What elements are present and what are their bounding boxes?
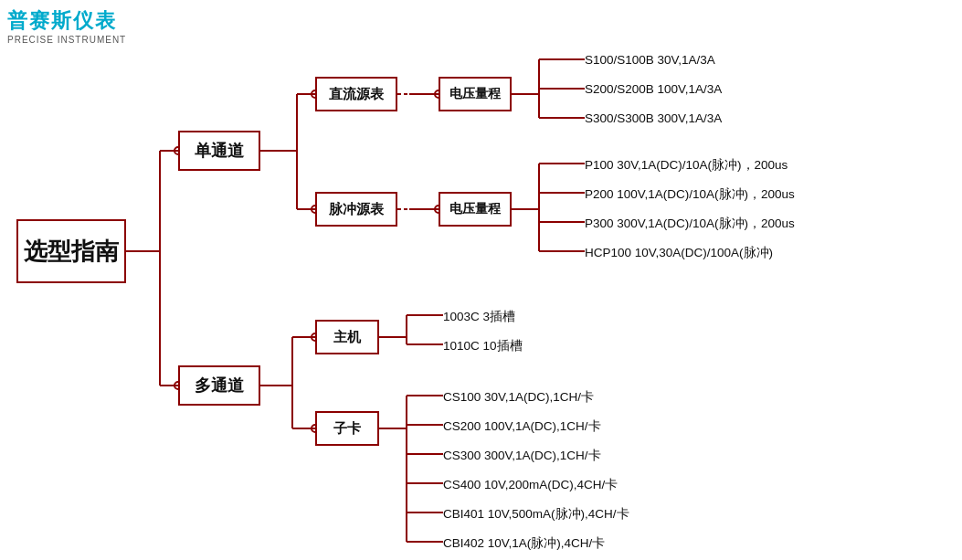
dc-item-1: S200/S200B 100V,1A/3A	[585, 82, 722, 96]
dc-item-0: S100/S100B 30V,1A/3A	[585, 53, 715, 67]
pulse-item-2: P300 300V,1A(DC)/10A(脉冲)，200us	[585, 216, 795, 232]
card-item-5: CBI402 10V,1A(脉冲),4CH/卡	[443, 535, 605, 552]
node-single: 单通道	[178, 131, 260, 171]
logo-cn: 普赛斯仪表	[7, 7, 126, 35]
host-item-0: 1003C 3插槽	[443, 309, 515, 325]
card-item-3: CS400 10V,200mA(DC),4CH/卡	[443, 477, 618, 493]
node-host: 主机	[315, 320, 379, 354]
card-item-1: CS200 100V,1A(DC),1CH/卡	[443, 418, 601, 435]
node-voltage2: 电压量程	[439, 192, 512, 227]
pulse-item-3: HCP100 10V,30A(DC)/100A(脉冲)	[585, 245, 773, 261]
node-dc: 直流源表	[315, 77, 397, 111]
card-item-2: CS300 300V,1A(DC),1CH/卡	[443, 448, 601, 464]
dc-item-2: S300/S300B 300V,1A/3A	[585, 111, 722, 125]
node-card: 子卡	[315, 411, 379, 446]
pulse-item-1: P200 100V,1A(DC)/10A(脉冲)，200us	[585, 186, 795, 203]
root-node: 选型指南	[16, 219, 126, 283]
pulse-item-0: P100 30V,1A(DC)/10A(脉冲)，200us	[585, 157, 788, 174]
card-item-0: CS100 30V,1A(DC),1CH/卡	[443, 389, 594, 406]
node-multi: 多通道	[178, 365, 260, 406]
host-item-1: 1010C 10插槽	[443, 338, 523, 354]
logo-en: PRECISE INSTRUMENT	[7, 35, 126, 45]
card-item-4: CBI401 10V,500mA(脉冲),4CH/卡	[443, 506, 629, 523]
node-pulse: 脉冲源表	[315, 192, 397, 227]
logo: 普赛斯仪表 PRECISE INSTRUMENT	[7, 7, 126, 45]
node-voltage1: 电压量程	[439, 77, 512, 111]
